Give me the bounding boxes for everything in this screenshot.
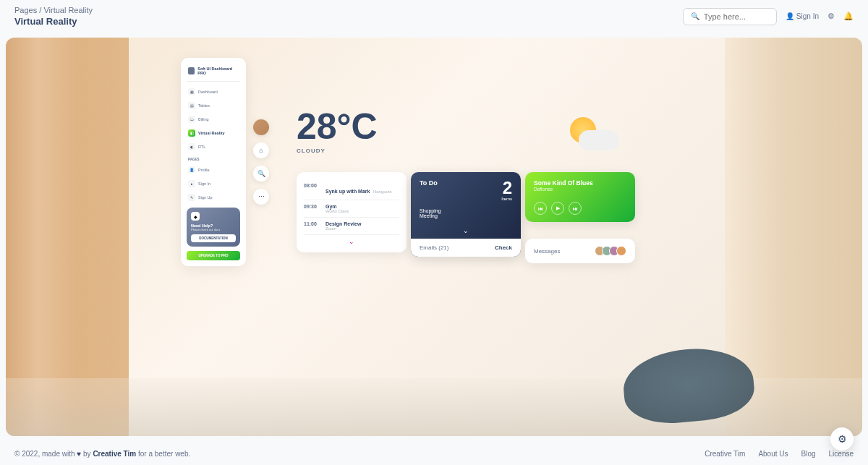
sidebar-item-label: Profile bbox=[198, 168, 210, 172]
rtl-icon: ◐ bbox=[188, 143, 195, 150]
todo-items-label: Items bbox=[501, 197, 512, 201]
footer-by: by bbox=[83, 450, 91, 458]
avatar bbox=[616, 246, 626, 256]
home-button[interactable]: ⌂ bbox=[253, 142, 269, 158]
profile-icon: 👤 bbox=[188, 166, 195, 174]
sidebar-item-signup[interactable]: ✎ Sign Up bbox=[187, 192, 240, 203]
cloud-icon bbox=[579, 130, 619, 150]
heart-icon: ♥ bbox=[77, 450, 81, 458]
next-button[interactable]: ⏭ bbox=[569, 202, 582, 215]
schedule-sub: World Class bbox=[326, 209, 399, 213]
vr-icon: ◧ bbox=[188, 129, 195, 137]
footer-link[interactable]: Creative Tim bbox=[705, 450, 745, 458]
signin-icon: ▸ bbox=[188, 180, 195, 187]
signin-label: Sign In bbox=[796, 12, 819, 20]
schedule-card: 08:00 Synk up with Mark Hangouts 09:30 G… bbox=[297, 172, 407, 252]
schedule-title: Gym bbox=[326, 204, 399, 209]
music-title: Some Kind Of Blues bbox=[534, 179, 626, 187]
help-icon: ◆ bbox=[191, 212, 200, 221]
tables-icon: ▤ bbox=[188, 102, 195, 109]
brand-icon bbox=[188, 67, 195, 74]
schedule-time: 11:00 bbox=[304, 221, 320, 231]
sidebar-item-label: Sign In bbox=[198, 182, 210, 186]
weather-icon bbox=[564, 116, 622, 152]
sidebar-item-label: Dashboard bbox=[198, 90, 218, 94]
user-icon: 👤 bbox=[786, 12, 794, 20]
search-input[interactable] bbox=[704, 12, 769, 21]
more-button[interactable]: ⋯ bbox=[253, 189, 269, 205]
schedule-row[interactable]: 11:00 Design Review Zoom bbox=[304, 218, 399, 235]
search-icon: 🔍 bbox=[691, 12, 699, 20]
brand-text: Soft UI Dashboard PRO bbox=[197, 67, 239, 75]
signin-link[interactable]: 👤 Sign In bbox=[786, 12, 819, 20]
sidebar-item-rtl[interactable]: ◐ RTL bbox=[187, 141, 240, 153]
play-button[interactable]: ▶ bbox=[551, 202, 564, 215]
todo-expand[interactable]: ⌄ bbox=[411, 224, 521, 239]
search-button[interactable]: 🔍 bbox=[253, 166, 269, 182]
schedule-row[interactable]: 09:30 Gym World Class bbox=[304, 200, 399, 218]
sidebar-brand[interactable]: Soft UI Dashboard PRO bbox=[187, 64, 240, 82]
messages-label: Messages bbox=[534, 248, 560, 255]
schedule-row[interactable]: 08:00 Synk up with Mark Hangouts bbox=[304, 179, 399, 200]
signup-icon: ✎ bbox=[188, 194, 195, 201]
avatar-button[interactable] bbox=[253, 119, 269, 135]
upgrade-button[interactable]: UPGRADE TO PRO bbox=[187, 251, 240, 260]
documentation-button[interactable]: DOCUMENTATION bbox=[191, 234, 236, 242]
footer-author[interactable]: Creative Tim bbox=[93, 450, 136, 458]
todo-task: Meeting bbox=[420, 213, 512, 218]
help-sub: Please check our docs bbox=[191, 228, 236, 231]
schedule-time: 09:30 bbox=[304, 204, 320, 213]
check-link[interactable]: Check bbox=[495, 244, 512, 251]
footer-tail: for a better web. bbox=[138, 450, 190, 458]
footer-link[interactable]: License bbox=[829, 450, 854, 458]
temperature: 28°C bbox=[297, 108, 378, 145]
schedule-expand[interactable]: ⌄ bbox=[304, 235, 399, 245]
search-box[interactable]: 🔍 bbox=[683, 8, 777, 25]
schedule-title: Synk up with Mark bbox=[326, 189, 370, 194]
footer: © 2022, made with ♥ by Creative Tim for … bbox=[0, 443, 868, 465]
sidebar-item-profile[interactable]: 👤 Profile bbox=[187, 164, 240, 176]
settings-fab[interactable]: ⚙ bbox=[830, 427, 854, 451]
schedule-title: Design Review bbox=[326, 221, 399, 226]
sidebar-item-label: Billing bbox=[198, 117, 209, 121]
sidebar-item-label: Sign Up bbox=[198, 195, 213, 200]
sidebar: Soft UI Dashboard PRO ▦ Dashboard ▤ Tabl… bbox=[181, 58, 246, 266]
emails-label: Emails (21) bbox=[420, 244, 448, 251]
sidebar-item-label: Virtual Reality bbox=[198, 131, 225, 135]
footer-made: made with bbox=[42, 450, 75, 458]
schedule-sub: Hangouts bbox=[373, 189, 392, 194]
weather-widget: 28°C CLOUDY bbox=[297, 108, 378, 154]
sidebar-item-virtual-reality[interactable]: ◧ Virtual Reality bbox=[187, 127, 240, 139]
todo-count: 2 bbox=[501, 179, 512, 197]
sidebar-item-dashboard[interactable]: ▦ Dashboard bbox=[187, 86, 240, 98]
footer-link[interactable]: Blog bbox=[801, 450, 816, 458]
settings-icon[interactable]: ⚙ bbox=[827, 12, 835, 21]
page-title: Virtual Reality bbox=[14, 16, 93, 27]
todo-title: To Do bbox=[420, 179, 438, 201]
footer-link[interactable]: About Us bbox=[758, 450, 788, 458]
breadcrumb: Pages / Virtual Reality bbox=[14, 6, 93, 14]
sidebar-section: PAGES bbox=[187, 155, 240, 164]
breadcrumb-current: Virtual Reality bbox=[43, 6, 93, 14]
prev-button[interactable]: ⏮ bbox=[534, 202, 547, 215]
weather-condition: CLOUDY bbox=[297, 148, 378, 154]
schedule-time: 08:00 bbox=[304, 183, 320, 196]
dashboard-icon: ▦ bbox=[188, 88, 195, 95]
music-card: Some Kind Of Blues Deftones ⏮ ▶ ⏭ bbox=[525, 172, 635, 222]
sidebar-item-signin[interactable]: ▸ Sign In bbox=[187, 178, 240, 189]
messages-card[interactable]: Messages bbox=[525, 239, 635, 263]
help-card: ◆ Need Help? Please check our docs DOCUM… bbox=[187, 208, 240, 247]
sidebar-item-billing[interactable]: ▭ Billing bbox=[187, 114, 240, 125]
schedule-sub: Zoom bbox=[326, 226, 399, 231]
breadcrumb-root[interactable]: Pages bbox=[14, 6, 37, 14]
notification-icon[interactable]: 🔔 bbox=[843, 12, 854, 21]
footer-year: © 2022, bbox=[14, 450, 40, 458]
sidebar-item-label: RTL bbox=[198, 145, 205, 149]
todo-task: Shopping bbox=[420, 208, 512, 213]
music-artist: Deftones bbox=[534, 187, 626, 192]
billing-icon: ▭ bbox=[188, 116, 195, 123]
avatar-stack bbox=[597, 246, 626, 256]
todo-card: To Do 2 Items Shopping Meeting ⌄ Emails … bbox=[411, 172, 521, 257]
sidebar-item-tables[interactable]: ▤ Tables bbox=[187, 100, 240, 111]
sidebar-item-label: Tables bbox=[198, 103, 210, 108]
